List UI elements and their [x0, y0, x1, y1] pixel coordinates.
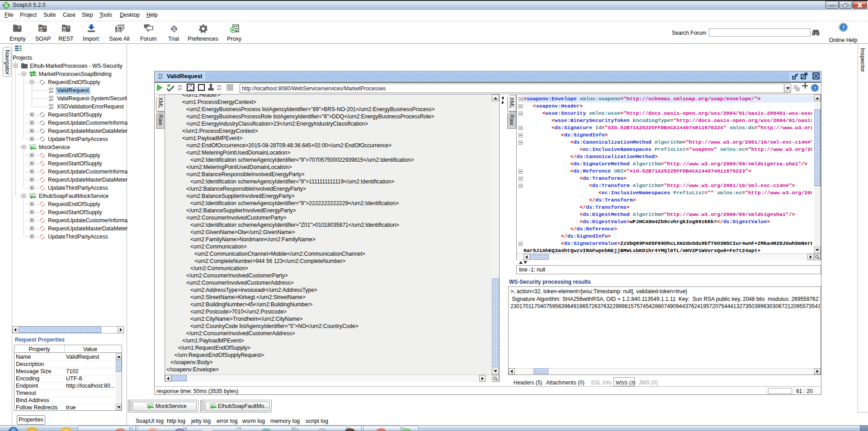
svg-text:*: *: [18, 26, 20, 31]
svg-text:*: *: [67, 26, 69, 30]
svg-text:?: ?: [814, 85, 816, 91]
svg-text:S: S: [4, 2, 8, 9]
svg-text:AP: AP: [39, 29, 43, 33]
svg-text:?: ?: [842, 24, 845, 31]
svg-text:S: S: [172, 26, 176, 33]
svg-text:*: *: [44, 26, 46, 30]
svg-text:ST: ST: [63, 29, 66, 33]
